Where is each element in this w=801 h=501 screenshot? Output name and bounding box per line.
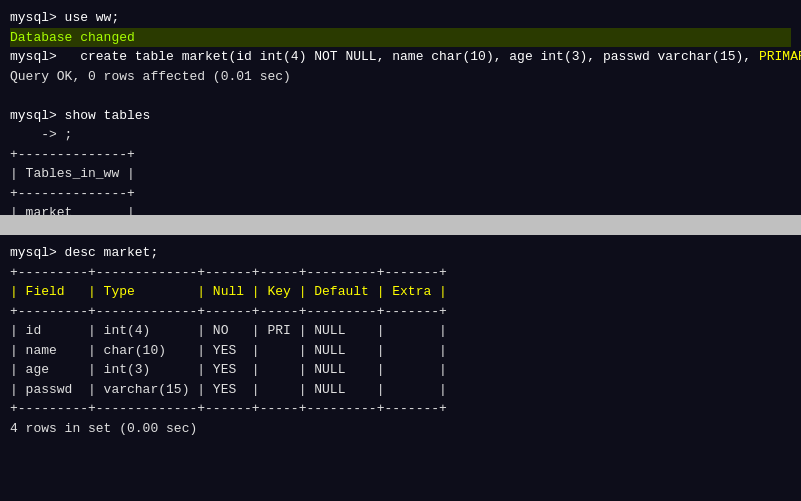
- terminal-bottom: mysql> desc market; +---------+---------…: [0, 235, 801, 501]
- line-blank: [10, 86, 791, 106]
- line-desc-border-2: +---------+-------------+------+-----+--…: [10, 302, 791, 322]
- line-border-1: +--------------+: [10, 145, 791, 165]
- line-border-2: +--------------+: [10, 184, 791, 204]
- line-desc-name: | name | char(10) | YES | | NULL | |: [10, 341, 791, 361]
- line-desc-border-1: +---------+-------------+------+-----+--…: [10, 263, 791, 283]
- line-desc-passwd: | passwd | varchar(15) | YES | | NULL | …: [10, 380, 791, 400]
- line-desc: mysql> desc market;: [10, 243, 791, 263]
- line-1: mysql> use ww;: [10, 8, 791, 28]
- line-table-header: | Tables_in_ww |: [10, 164, 791, 184]
- line-desc-id: | id | int(4) | NO | PRI | NULL | |: [10, 321, 791, 341]
- line-create: mysql> create table market(id int(4) NOT…: [10, 47, 791, 67]
- terminal-top: mysql> use ww; Database changed mysql> c…: [0, 0, 801, 215]
- line-show-tables: mysql> show tables: [10, 106, 791, 126]
- separator: [0, 215, 801, 225]
- line-desc-border-3: +---------+-------------+------+-----+--…: [10, 399, 791, 419]
- line-desc-age: | age | int(3) | YES | | NULL | |: [10, 360, 791, 380]
- line-4-rows: 4 rows in set (0.00 sec): [10, 419, 791, 439]
- line-continuation: -> ;: [10, 125, 791, 145]
- line-database-changed: Database changed: [10, 28, 791, 48]
- line-query-ok: Query OK, 0 rows affected (0.01 sec): [10, 67, 791, 87]
- line-table-row-market: | market |: [10, 203, 791, 215]
- line-desc-header: | Field | Type | Null | Key | Default | …: [10, 282, 791, 302]
